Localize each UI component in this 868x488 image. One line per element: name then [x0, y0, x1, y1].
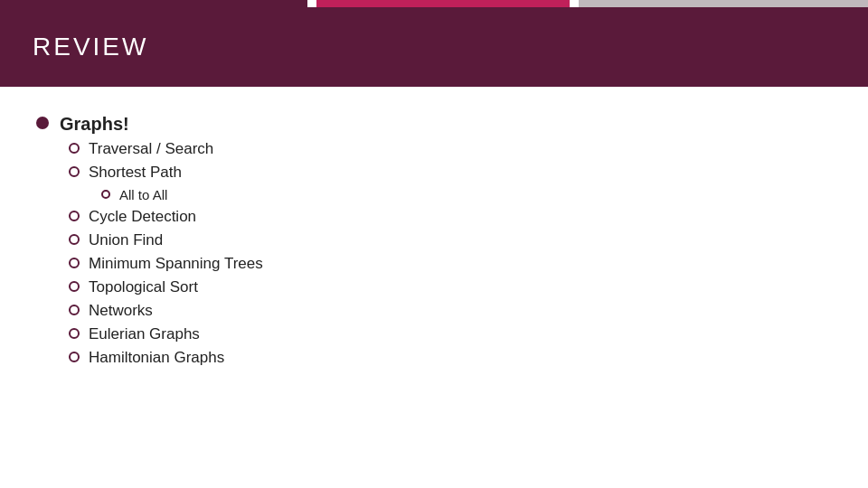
bar-dark	[0, 0, 307, 7]
sub-sub-item-all-to-all: All to All	[101, 187, 832, 202]
bullet-open-icon	[69, 234, 80, 245]
sub-item-label: Shortest Path	[89, 164, 182, 182]
sub-item-label: Eulerian Graphs	[89, 325, 200, 343]
sub-item-label: Union Find	[89, 231, 163, 249]
slide-title: REVIEW	[33, 33, 148, 61]
bullet-filled-icon	[36, 117, 49, 129]
bullet-open-icon	[69, 281, 80, 292]
bullet-open-icon	[69, 166, 80, 177]
bullet-open-icon	[69, 143, 80, 154]
sub-item-hamiltonian: Hamiltonian Graphs	[69, 349, 832, 367]
slide-header: REVIEW	[0, 7, 868, 87]
bullet-open-icon	[69, 305, 80, 315]
sub-item-label: Networks	[89, 302, 153, 320]
sub-item-eulerian: Eulerian Graphs	[69, 325, 832, 343]
bullet-open-icon	[69, 258, 80, 268]
sub-item-mst: Minimum Spanning Trees	[69, 255, 832, 273]
slide-content: Graphs! Traversal / Search Shortest Path…	[0, 87, 868, 399]
sub-item-label: Minimum Spanning Trees	[89, 255, 263, 273]
sub-item-shortest-path: Shortest Path	[69, 164, 832, 182]
bullet-open-small-icon	[101, 190, 110, 199]
sub-item-label: Hamiltonian Graphs	[89, 349, 224, 367]
main-item-graphs: Graphs!	[36, 114, 832, 135]
bar-pink	[316, 0, 570, 7]
sub-item-cycle-detection: Cycle Detection	[69, 208, 832, 226]
main-item-label: Graphs!	[60, 114, 129, 135]
bar-gray	[579, 0, 868, 7]
sub-item-label: Traversal / Search	[89, 140, 213, 158]
sub-item-traversal: Traversal / Search	[69, 140, 832, 158]
bullet-open-icon	[69, 352, 80, 362]
sub-item-union-find: Union Find	[69, 231, 832, 249]
sub-sub-item-label: All to All	[119, 187, 167, 202]
sub-item-label: Cycle Detection	[89, 208, 196, 226]
top-bars	[0, 0, 868, 7]
sub-item-networks: Networks	[69, 302, 832, 320]
sub-item-topo-sort: Topological Sort	[69, 278, 832, 296]
bullet-open-icon	[69, 328, 80, 339]
sub-item-label: Topological Sort	[89, 278, 198, 296]
bullet-open-icon	[69, 211, 80, 221]
